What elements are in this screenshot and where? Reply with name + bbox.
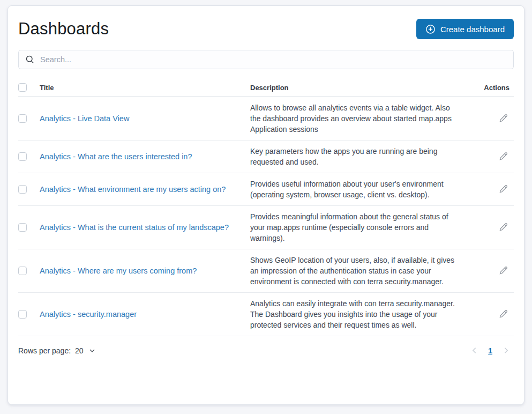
- dashboards-panel: Dashboards Create dashboard T: [8, 5, 524, 405]
- row-checkbox[interactable]: [18, 223, 27, 232]
- table-row: Analytics - What are the users intereste…: [18, 141, 514, 173]
- dashboard-description: Provides meaningful information about th…: [250, 211, 464, 243]
- actions-column-header: Actions: [464, 84, 514, 92]
- edit-button[interactable]: [497, 308, 509, 320]
- edit-button[interactable]: [497, 183, 509, 195]
- chevron-right-icon: [501, 349, 511, 357]
- dashboard-link[interactable]: Analytics - security.manager: [40, 310, 137, 319]
- row-checkbox[interactable]: [18, 152, 27, 161]
- rows-per-page-value: 20: [75, 346, 84, 355]
- dashboard-description: Shows GeoIP location of your users, also…: [250, 255, 464, 287]
- pencil-icon: [498, 313, 508, 321]
- dashboard-description: Allows to browse all analytics events vi…: [250, 102, 464, 135]
- row-checkbox[interactable]: [18, 310, 27, 319]
- edit-button[interactable]: [497, 112, 509, 124]
- chevron-down-icon: [88, 346, 96, 355]
- dashboard-link[interactable]: Analytics - Live Data View: [40, 114, 129, 123]
- table-row: Analytics - Where are my users coming fr…: [18, 249, 514, 293]
- edit-button[interactable]: [497, 150, 509, 162]
- dashboard-description: Analytics can easily integrate with con …: [250, 298, 464, 330]
- page-title: Dashboards: [18, 19, 109, 39]
- table-row: Analytics - What environment are my user…: [18, 173, 514, 206]
- pencil-icon: [498, 226, 508, 234]
- pencil-icon: [498, 269, 508, 277]
- dashboard-description: Key parameters how the apps you are runn…: [250, 146, 464, 167]
- row-checkbox[interactable]: [18, 185, 27, 194]
- pencil-icon: [498, 117, 508, 125]
- dashboards-table: Title Description Actions Analytics - Li…: [18, 83, 514, 336]
- table-header: Title Description Actions: [18, 83, 514, 97]
- rows-per-page-control[interactable]: Rows per page: 20: [18, 346, 96, 355]
- chevron-left-icon: [470, 349, 479, 357]
- search-input[interactable]: [40, 55, 507, 64]
- dashboard-link[interactable]: Analytics - Where are my users coming fr…: [40, 267, 197, 275]
- table-row: Analytics - security.manager Analytics c…: [18, 293, 514, 336]
- next-page-button[interactable]: [500, 345, 512, 356]
- dashboard-description: Provides useful information about your u…: [250, 179, 464, 200]
- table-row: Analytics - What is the current status o…: [18, 206, 514, 249]
- row-checkbox[interactable]: [18, 267, 27, 275]
- panel-header: Dashboards Create dashboard: [18, 19, 514, 39]
- pencil-icon: [498, 188, 508, 196]
- page-number[interactable]: 1: [488, 346, 492, 355]
- title-column-header: Title: [40, 84, 250, 92]
- search-bar: [18, 50, 514, 69]
- table-footer: Rows per page: 20 1: [18, 336, 514, 356]
- rows-per-page-label: Rows per page:: [18, 346, 71, 355]
- description-column-header: Description: [250, 84, 464, 92]
- pagination: 1: [469, 345, 514, 356]
- plus-circle-icon: [425, 24, 436, 34]
- select-all-checkbox[interactable]: [18, 83, 27, 92]
- pencil-icon: [498, 155, 508, 163]
- create-dashboard-button[interactable]: Create dashboard: [416, 19, 514, 39]
- search-icon: [25, 55, 35, 64]
- edit-button[interactable]: [497, 264, 509, 277]
- edit-button[interactable]: [497, 221, 509, 233]
- dashboard-link[interactable]: Analytics - What is the current status o…: [40, 223, 229, 232]
- create-dashboard-label: Create dashboard: [440, 25, 505, 34]
- dashboard-link[interactable]: Analytics - What are the users intereste…: [40, 152, 192, 161]
- table-row: Analytics - Live Data View Allows to bro…: [18, 97, 514, 141]
- dashboard-link[interactable]: Analytics - What environment are my user…: [40, 185, 226, 194]
- previous-page-button[interactable]: [469, 345, 480, 356]
- row-checkbox[interactable]: [18, 114, 27, 123]
